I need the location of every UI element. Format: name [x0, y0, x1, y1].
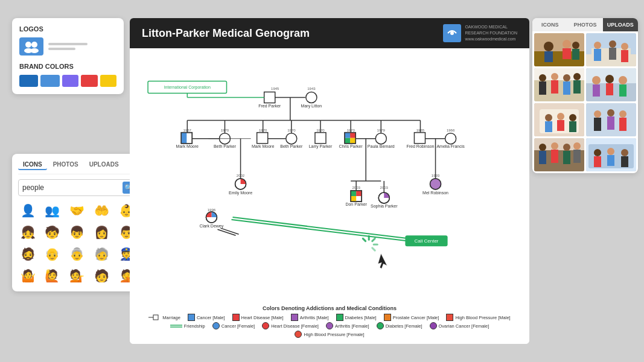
- search-input[interactable]: [22, 183, 123, 192]
- svg-point-53: [375, 133, 386, 144]
- icon-9[interactable]: 👩: [92, 223, 111, 242]
- icon-7[interactable]: 🧒: [43, 223, 62, 242]
- svg-rect-46: [350, 133, 355, 138]
- svg-line-99: [232, 220, 407, 241]
- icon-16[interactable]: 🤷: [18, 266, 37, 285]
- photo-7[interactable]: [534, 138, 584, 171]
- svg-text:Fred Parker: Fred Parker: [258, 104, 281, 108]
- tab-uploads[interactable]: UPLOADS: [84, 160, 124, 170]
- icon-19[interactable]: 🧑: [92, 266, 111, 285]
- svg-point-116: [572, 42, 579, 49]
- tab-photos[interactable]: PHOTOS: [48, 160, 83, 170]
- logo-area: [19, 37, 116, 56]
- foundation-logo: OAKWOOD MEDICALRESEARCH FOUNDATIONwww.oa…: [443, 24, 517, 42]
- photo-2[interactable]: [586, 33, 636, 66]
- icon-11[interactable]: 🧔: [18, 244, 37, 264]
- svg-text:International Corporation: International Corporation: [164, 85, 211, 90]
- svg-point-4: [450, 31, 454, 35]
- right-tab-icons[interactable]: ICONS: [532, 18, 567, 31]
- icon-1[interactable]: 👤: [18, 201, 37, 220]
- svg-text:1970: 1970: [316, 129, 325, 132]
- photo-5[interactable]: [534, 103, 584, 136]
- swatch-4[interactable]: [81, 75, 97, 87]
- svg-text:1967: 1967: [183, 129, 192, 132]
- photo-4[interactable]: [586, 68, 636, 101]
- search-bar: 🔍: [18, 179, 139, 196]
- logo-text-lines: [48, 43, 88, 50]
- legend-friendship: Friendship: [170, 322, 205, 329]
- svg-text:Mel Robinson: Mel Robinson: [422, 191, 448, 195]
- logos-title: LOGOS: [19, 25, 116, 33]
- swatch-5[interactable]: [100, 75, 116, 87]
- swatch-3[interactable]: [62, 75, 78, 87]
- icon-3[interactable]: 🤝: [68, 201, 87, 220]
- svg-text:1970: 1970: [287, 129, 296, 132]
- svg-point-112: [544, 42, 553, 51]
- svg-point-131: [551, 73, 558, 80]
- legend-hbp-female: High Blood Pressure [Female]: [295, 331, 364, 338]
- legend-heart-male: Heart Disease [Male]: [232, 314, 284, 321]
- svg-text:Sophia Parker: Sophia Parker: [371, 204, 398, 209]
- svg-point-139: [592, 76, 601, 84]
- svg-rect-124: [609, 48, 616, 60]
- right-tab-photos[interactable]: PHOTOS: [567, 18, 602, 31]
- icon-8[interactable]: 👦: [68, 223, 87, 242]
- icon-4[interactable]: 🤲: [92, 201, 111, 220]
- svg-text:Emily Moore: Emily Moore: [229, 191, 252, 195]
- svg-point-159: [619, 110, 626, 118]
- photo-3[interactable]: [534, 68, 584, 101]
- svg-point-125: [621, 43, 628, 50]
- legend-arthritis-female: Arthritis [Female]: [326, 322, 369, 329]
- svg-line-98: [233, 217, 409, 238]
- svg-text:2003: 2003: [380, 186, 389, 189]
- tab-icons[interactable]: ICONS: [18, 160, 47, 170]
- brand-colors-row: [19, 75, 116, 87]
- svg-rect-40: [315, 133, 326, 144]
- svg-text:1945: 1945: [271, 87, 279, 91]
- svg-point-1: [31, 42, 37, 48]
- swatch-2[interactable]: [40, 75, 59, 87]
- swatch-1[interactable]: [19, 75, 38, 87]
- logos-brand-panel: LOGOS BRAND COLORS: [12, 18, 124, 94]
- svg-text:Amelia Francis: Amelia Francis: [436, 144, 465, 148]
- right-tab-uploads[interactable]: UPLOADS: [603, 18, 638, 31]
- photo-1[interactable]: [534, 33, 584, 66]
- svg-point-163: [539, 144, 546, 151]
- icon-6[interactable]: 👧: [18, 223, 37, 242]
- icon-13[interactable]: 👵: [68, 244, 87, 264]
- svg-text:Don Parker: Don Parker: [345, 202, 367, 206]
- svg-point-177: [621, 149, 628, 156]
- svg-rect-77: [351, 196, 356, 202]
- svg-point-143: [619, 76, 627, 84]
- svg-marker-105: [378, 253, 387, 268]
- legend: Colors Denoting Addictions and Medical C…: [136, 305, 523, 338]
- svg-text:Paula Bernard: Paula Bernard: [368, 144, 395, 148]
- genogram-svg: International Corporation 1945 Fred Park…: [130, 48, 529, 344]
- svg-point-155: [594, 110, 601, 118]
- icon-14[interactable]: 🧓: [92, 244, 111, 264]
- icon-18[interactable]: 💁: [68, 266, 87, 285]
- svg-text:Mary Litton: Mary Litton: [301, 104, 322, 109]
- svg-rect-136: [573, 80, 581, 94]
- svg-point-3: [30, 48, 39, 53]
- svg-rect-31: [257, 133, 268, 144]
- svg-text:1993: 1993: [432, 174, 440, 177]
- svg-line-103: [372, 248, 375, 250]
- svg-text:Larry Parker: Larry Parker: [309, 144, 333, 149]
- photo-8[interactable]: [586, 138, 636, 171]
- icon-17[interactable]: 🙋: [43, 266, 62, 285]
- legend-title: Colors Denoting Addictions and Medical C…: [136, 305, 523, 311]
- icons-grid: 👤 👥 🤝 🤲 👶 👧 🧒 👦 👩 👨 🧔 👴 👵 🧓 👮 🤷 🙋 💁 🧑 🤦: [18, 201, 139, 285]
- icon-2[interactable]: 👥: [43, 201, 62, 220]
- svg-text:1970: 1970: [259, 129, 267, 132]
- icons-panel: ICONS PHOTOS UPLOADS 🔍 👤 👥 🤝 🤲 👶 👧 🧒 👦 👩…: [12, 154, 145, 291]
- legend-ovarian: Ovarian Cancer [Female]: [430, 322, 489, 329]
- photo-6[interactable]: [586, 103, 636, 136]
- svg-rect-174: [594, 156, 601, 167]
- main-genogram-area: Litton-Parker Medical Genogram OAKWOOD M…: [130, 18, 529, 344]
- svg-text:1966: 1966: [447, 129, 455, 132]
- icon-12[interactable]: 👴: [43, 244, 62, 264]
- legend-marriage: Marriage: [148, 314, 180, 321]
- svg-rect-75: [351, 191, 356, 196]
- svg-text:1943: 1943: [307, 87, 316, 91]
